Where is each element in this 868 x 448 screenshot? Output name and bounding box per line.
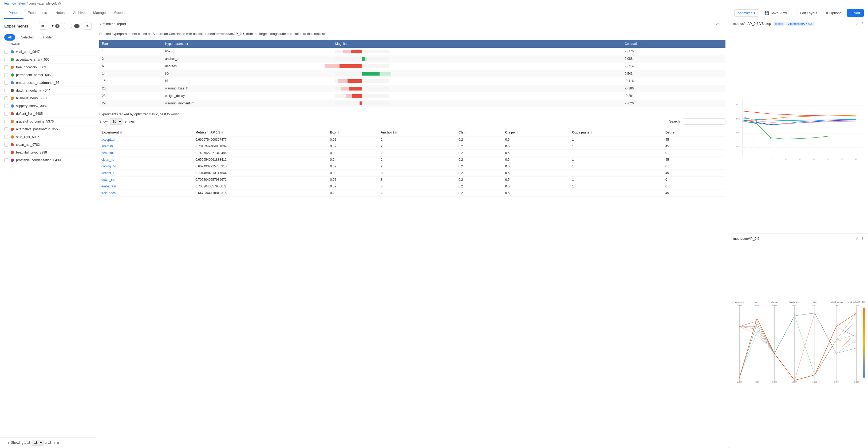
tab-experiments[interactable]: Experiments bbox=[24, 7, 51, 19]
exp-link-cell[interactable]: free_boca bbox=[99, 190, 193, 197]
expand-vs-chart-button[interactable]: ⤢ bbox=[855, 22, 858, 26]
list-item[interactable]: permanent_primer_606 bbox=[0, 71, 96, 79]
exp-checkbox[interactable] bbox=[4, 96, 8, 100]
exp-link[interactable]: embarrass bbox=[101, 184, 117, 188]
tab-panels[interactable]: Panels bbox=[4, 7, 24, 19]
exp-name-label: permanent_primer_606 bbox=[16, 73, 51, 77]
optimizer-dropdown[interactable]: optimizer ▾ bbox=[734, 9, 759, 17]
list-item[interactable]: alternative_passionfruit_3555 bbox=[0, 125, 96, 133]
exp-link[interactable]: acceptabl bbox=[101, 138, 115, 142]
more-parallel-button[interactable]: ⋮ bbox=[861, 236, 864, 241]
next-page-button[interactable]: › bbox=[54, 441, 55, 445]
grid-button[interactable]: ⋮⋮ 15 bbox=[64, 23, 82, 29]
th-box[interactable]: Box ⇅ bbox=[328, 129, 379, 136]
exp-checkbox[interactable] bbox=[4, 112, 8, 116]
parallel-chart-header: metrics/mAP_0.5 ⤢ ⋮ bbox=[729, 234, 868, 243]
list-item[interactable]: profitable_condensation_6439 bbox=[0, 156, 96, 164]
nav-tabs: Panels Experiments Notes Archive Manage … bbox=[4, 7, 131, 19]
more-optimizer-button[interactable]: ⋮ bbox=[721, 22, 725, 26]
exp-link[interactable]: free_boca bbox=[101, 191, 116, 195]
exp-checkbox[interactable] bbox=[4, 89, 8, 92]
expand-parallel-button[interactable]: ⤢ bbox=[855, 236, 858, 241]
list-item[interactable]: sole_light_5085 bbox=[0, 133, 96, 141]
exp-link[interactable]: beautiful bbox=[101, 151, 114, 155]
exp-checkbox[interactable] bbox=[4, 65, 8, 69]
th-cls-pw[interactable]: Cls pw ⇅ bbox=[503, 129, 570, 136]
show-count-select[interactable]: 18 bbox=[32, 440, 43, 446]
exp-checkbox[interactable] bbox=[4, 158, 8, 162]
last-page-button[interactable]: » bbox=[57, 441, 59, 445]
prev-btn[interactable]: ‹ bbox=[8, 441, 9, 445]
entries-select[interactable]: 10 25 50 bbox=[110, 118, 123, 125]
th-copy-paste[interactable]: Copy paste ⇅ bbox=[570, 129, 663, 136]
exp-checkbox[interactable] bbox=[4, 50, 8, 54]
th-cls[interactable]: Cls ⇅ bbox=[457, 129, 503, 136]
exp-checkbox[interactable] bbox=[4, 120, 8, 123]
exp-link-cell[interactable]: clean_nut bbox=[99, 156, 193, 163]
list-item[interactable]: defiant_fruit_4485 bbox=[0, 110, 96, 118]
exp-link-cell[interactable]: embarrass bbox=[99, 183, 193, 190]
exp-checkbox-container bbox=[4, 127, 11, 131]
sidebar-tab-selected[interactable]: Selected bbox=[17, 34, 37, 40]
options-button[interactable]: ≡ Options bbox=[823, 10, 844, 16]
tab-notes[interactable]: Notes bbox=[51, 7, 69, 19]
vs-chart-actions: ⤢ ⋮ bbox=[855, 22, 864, 26]
prev-page-button[interactable]: ‹ bbox=[4, 441, 6, 445]
list-item[interactable]: graceful_porcupine_5376 bbox=[0, 118, 96, 125]
list-item[interactable]: clean_nut_9782 bbox=[0, 141, 96, 149]
th-metrics-map[interactable]: Metrics/mAP 0.5 ⇅ bbox=[193, 129, 328, 136]
exp-link[interactable]: dutch_sin bbox=[101, 178, 115, 182]
sidebar-tab-all[interactable]: All bbox=[4, 34, 15, 40]
exp-link-cell[interactable]: dutch_sin bbox=[99, 177, 193, 183]
exp-checkbox[interactable] bbox=[4, 73, 8, 77]
exp-link[interactable]: cooing_co bbox=[101, 165, 116, 168]
exp-link-cell[interactable]: defiant_f bbox=[99, 170, 193, 177]
copy-paste-cell: 1 bbox=[570, 163, 663, 170]
filter-button[interactable]: ▼ 1 bbox=[49, 23, 62, 29]
list-item[interactable]: beautiful_crypt_3298 bbox=[0, 149, 96, 156]
exp-checkbox[interactable] bbox=[4, 135, 8, 139]
th-anchor-t[interactable]: Anchor t ⇅ bbox=[379, 129, 457, 136]
th-experiment[interactable]: Experiment ⇅ bbox=[99, 129, 193, 136]
list-item[interactable]: embarrassed_roadrunner_76 bbox=[0, 79, 96, 87]
exp-checkbox[interactable] bbox=[4, 127, 8, 131]
tab-archive[interactable]: Archive bbox=[69, 7, 89, 19]
exp-checkbox[interactable] bbox=[4, 151, 8, 154]
exp-link-cell[interactable]: acceptabl bbox=[99, 136, 193, 143]
exp-link-cell[interactable]: alternati bbox=[99, 143, 193, 150]
breadcrumb-org[interactable]: team-comet-ml bbox=[4, 2, 26, 5]
exp-link[interactable]: defiant_f bbox=[101, 171, 114, 175]
visibility-button[interactable]: 👁 bbox=[84, 22, 92, 30]
configure-columns-button[interactable]: ⇄ bbox=[39, 22, 46, 30]
list-item[interactable]: vital_otter_9647 bbox=[0, 48, 96, 56]
list-item[interactable]: dutch_singularity_4044 bbox=[0, 87, 96, 94]
box-cell: 0.2 bbox=[328, 156, 379, 163]
hp-bar bbox=[333, 48, 622, 55]
list-item[interactable]: hilarious_berry_5631 bbox=[0, 94, 96, 102]
exp-link[interactable]: clean_nut bbox=[101, 158, 115, 161]
main-layout: Experiments ⇄ ▼ 1 ⋮⋮ 15 👁 All Selected H… bbox=[0, 19, 868, 448]
exp-checkbox[interactable] bbox=[4, 58, 8, 61]
exp-link-cell[interactable]: cooing_co bbox=[99, 163, 193, 170]
exp-link-cell[interactable]: beautiful bbox=[99, 150, 193, 156]
exp-link[interactable]: alternati bbox=[101, 144, 113, 148]
parallel-chart-body: anchor_t 8.000 2.000 iou_t 0.700 0.200 c… bbox=[729, 243, 868, 448]
svg-text:20: 20 bbox=[799, 158, 802, 161]
expand-optimizer-button[interactable]: ⤢ bbox=[716, 22, 719, 26]
hp-bar bbox=[333, 85, 622, 92]
save-view-button[interactable]: 💾 Save View bbox=[762, 10, 789, 16]
edit-layout-button[interactable]: ⊞ Edit Layout bbox=[793, 10, 820, 16]
list-item[interactable]: acceptable_shark_556 bbox=[0, 56, 96, 63]
sidebar-tab-hidden[interactable]: Hidden bbox=[39, 34, 57, 40]
search-experiments-input[interactable] bbox=[683, 118, 725, 125]
exp-checkbox[interactable] bbox=[4, 143, 8, 147]
list-item[interactable]: free_bocaccio_5609 bbox=[0, 63, 96, 71]
tab-reports[interactable]: Reports bbox=[110, 7, 131, 19]
th-degre[interactable]: Degre ⇅ bbox=[663, 129, 725, 136]
tab-manage[interactable]: Manage bbox=[89, 7, 110, 19]
add-button[interactable]: + Add bbox=[847, 9, 864, 17]
more-vs-chart-button[interactable]: ⋮ bbox=[861, 22, 864, 26]
exp-checkbox[interactable] bbox=[4, 104, 8, 108]
exp-checkbox[interactable] bbox=[4, 81, 8, 85]
list-item[interactable]: slippery_shrew_3082 bbox=[0, 102, 96, 110]
